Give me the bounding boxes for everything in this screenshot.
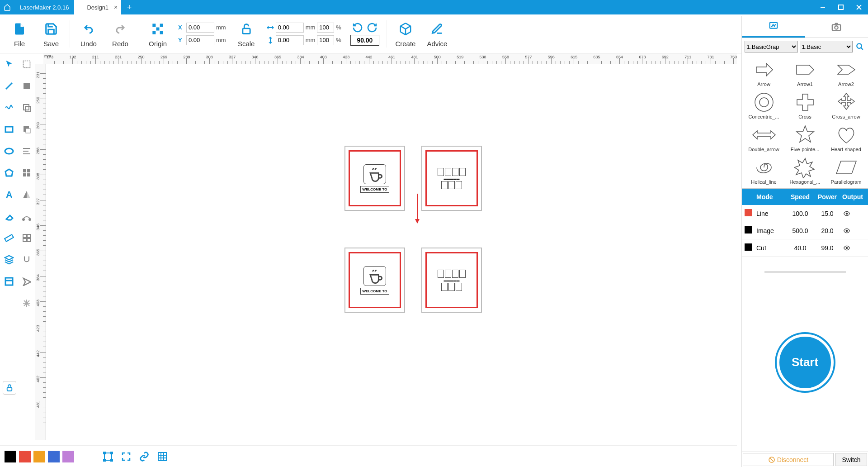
color-swatch-2[interactable] xyxy=(33,451,45,462)
shape-crossarrow[interactable]: Cross_arrow xyxy=(826,90,866,121)
svg-rect-8 xyxy=(156,28,160,31)
category-select-2[interactable]: 1.Basic xyxy=(800,41,853,52)
shape-concentric[interactable]: Concentric_... xyxy=(744,90,784,121)
svg-rect-47 xyxy=(104,452,105,454)
rotate-cw-icon[interactable] xyxy=(367,22,377,33)
save-button[interactable]: Save xyxy=(35,16,67,52)
shape-cross[interactable]: Cross xyxy=(785,90,825,121)
tab-camera[interactable] xyxy=(805,16,868,38)
rotation-input[interactable] xyxy=(350,35,379,46)
shape-helicalline[interactable]: Helical_line xyxy=(744,155,784,186)
rotate-ccw-icon[interactable] xyxy=(352,22,363,33)
polygon-tool[interactable] xyxy=(0,162,18,184)
disconnect-button[interactable]: Disconnect xyxy=(743,453,834,466)
width-percent-input[interactable] xyxy=(317,23,334,33)
design-canvas[interactable]: WELCOME TO ▬▬▬▬▬ WELCOME TO ▬▬▬▬▬ xyxy=(46,64,737,440)
frame-tool[interactable] xyxy=(0,271,18,292)
align-tool[interactable] xyxy=(18,140,35,162)
eraser-tool[interactable] xyxy=(0,205,18,227)
ellipse-tool[interactable] xyxy=(0,140,18,162)
height-percent-input[interactable] xyxy=(317,35,334,45)
position-inputs: Xmm Ymm xyxy=(178,23,226,45)
maximize-icon[interactable] xyxy=(832,0,850,14)
shape-arrow1[interactable]: Arrow1 xyxy=(785,57,825,89)
y-input[interactable] xyxy=(186,35,214,45)
color-swatch-1[interactable] xyxy=(19,451,31,462)
design-thumb-4[interactable]: ▬▬▬▬▬ xyxy=(421,248,482,313)
design-thumb-2[interactable]: ▬▬▬▬▬ xyxy=(421,146,482,211)
svg-rect-33 xyxy=(5,234,14,242)
marquee-tool[interactable] xyxy=(18,53,35,75)
advice-button[interactable]: Advice xyxy=(421,16,453,52)
origin-button[interactable]: Origin xyxy=(142,16,174,52)
start-button[interactable]: Start xyxy=(777,334,834,391)
rect-tool[interactable] xyxy=(0,119,18,140)
height-input[interactable] xyxy=(276,35,304,45)
new-tab-button[interactable]: + xyxy=(124,3,135,12)
shape-parallelogram[interactable]: Parallelogram xyxy=(826,155,866,186)
select-tool[interactable] xyxy=(0,53,18,75)
create-button[interactable]: Create xyxy=(390,16,421,52)
copy-tool[interactable] xyxy=(18,97,35,119)
mode-row-line[interactable]: Line100.015.0 xyxy=(742,205,868,222)
table-icon[interactable] xyxy=(156,450,169,463)
minimize-icon[interactable] xyxy=(814,0,832,14)
close-icon[interactable]: × xyxy=(114,4,118,11)
svg-line-60 xyxy=(861,48,863,50)
design-thumb-1[interactable]: WELCOME TO xyxy=(344,146,405,211)
rotation-control xyxy=(350,22,379,46)
titlebar: LaserMaker 2.0.16 Design1 × + xyxy=(0,0,868,14)
subtract-tool[interactable] xyxy=(18,119,35,140)
send-tool[interactable] xyxy=(18,271,35,292)
x-input[interactable] xyxy=(186,23,214,33)
lock-icon[interactable] xyxy=(3,381,16,395)
mirror-tool[interactable] xyxy=(18,184,35,205)
layers-tool[interactable] xyxy=(0,249,18,271)
svg-rect-6 xyxy=(152,31,156,34)
shape-arrow2[interactable]: Arrow2 xyxy=(826,57,866,89)
design-thumb-3[interactable]: WELCOME TO xyxy=(344,248,405,313)
shape-arrow[interactable]: Arrow xyxy=(744,57,784,89)
scale-button[interactable]: Scale xyxy=(231,16,262,52)
file-button[interactable]: File xyxy=(4,16,35,52)
svg-rect-45 xyxy=(7,387,12,391)
shape-fivepointe[interactable]: Five-pointe... xyxy=(785,122,825,154)
grid-tool[interactable] xyxy=(18,162,35,184)
shape-doublearrow[interactable]: Double_arrow xyxy=(744,122,784,154)
close-window-icon[interactable] xyxy=(850,0,868,14)
mode-row-cut[interactable]: Cut40.099.0 xyxy=(742,239,868,257)
link-icon[interactable] xyxy=(137,450,151,463)
text-tool[interactable]: A xyxy=(0,184,18,205)
bounds-icon[interactable] xyxy=(101,450,115,463)
switch-button[interactable]: Switch xyxy=(835,453,867,466)
color-swatch-0[interactable] xyxy=(5,451,16,462)
color-swatch-3[interactable] xyxy=(48,451,60,462)
redo-button[interactable]: Redo xyxy=(104,16,136,52)
array-tool[interactable] xyxy=(18,227,35,249)
document-tab[interactable]: Design1 × xyxy=(74,0,121,14)
home-icon[interactable] xyxy=(0,0,14,14)
line-tool[interactable] xyxy=(0,75,18,97)
focus-icon[interactable] xyxy=(119,450,133,463)
tab-library[interactable] xyxy=(742,16,805,38)
color-swatch-4[interactable] xyxy=(62,451,74,462)
search-icon[interactable] xyxy=(854,41,865,52)
spark-tool[interactable] xyxy=(18,292,35,314)
curve-tool[interactable] xyxy=(0,97,18,119)
ruler-tool[interactable] xyxy=(0,227,18,249)
svg-point-61 xyxy=(755,93,773,111)
svg-rect-20 xyxy=(26,129,30,133)
svg-rect-7 xyxy=(160,31,163,34)
category-select-1[interactable]: 1.BasicGrap xyxy=(745,41,798,52)
path-edit-tool[interactable] xyxy=(18,205,35,227)
undo-button[interactable]: Undo xyxy=(73,16,104,52)
tab-label: Design1 xyxy=(87,4,108,11)
shape-heartshaped[interactable]: Heart-shaped xyxy=(826,122,866,154)
width-input[interactable] xyxy=(276,23,304,33)
fill-tool[interactable] xyxy=(18,75,35,97)
shape-hexagonal[interactable]: Hexagonal_... xyxy=(785,155,825,186)
mode-row-image[interactable]: Image500.020.0 xyxy=(742,222,868,239)
svg-rect-4 xyxy=(152,24,156,27)
magnet-tool[interactable] xyxy=(18,249,35,271)
svg-rect-17 xyxy=(25,106,31,112)
